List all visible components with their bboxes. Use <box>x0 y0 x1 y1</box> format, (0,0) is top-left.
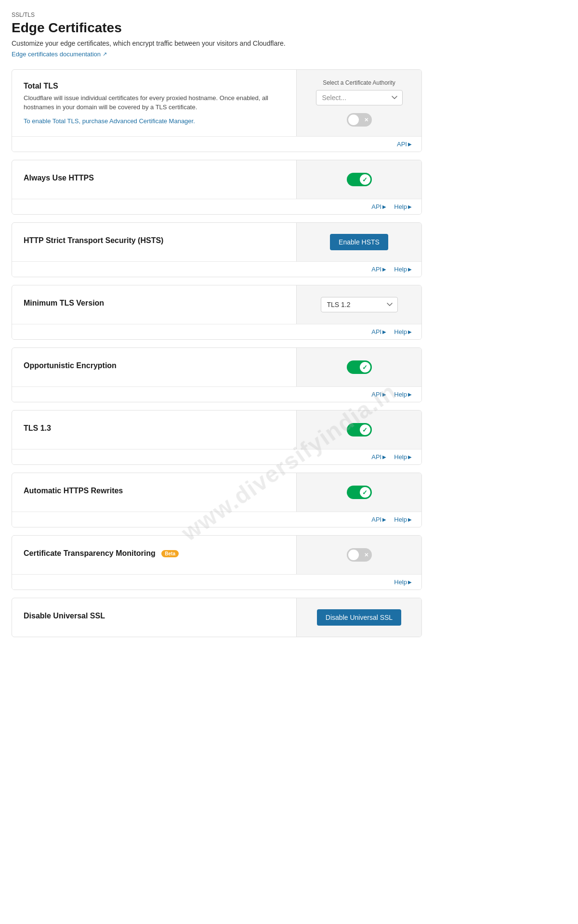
opportunistic-encryption-title: Opportunistic Encryption <box>24 361 285 370</box>
min-tls-version-select[interactable]: TLS 1.0 TLS 1.1 TLS 1.2 TLS 1.3 <box>321 297 398 312</box>
tls13-card: TLS 1.3 ✓ API ▶ Help ▶ <box>12 410 422 465</box>
always-https-help-link[interactable]: Help ▶ <box>394 203 412 210</box>
auto-https-rewrites-help-label: Help <box>394 516 407 523</box>
opportunistic-encryption-toggle-wrap: ✓ <box>347 360 372 374</box>
doc-link[interactable]: Edge certificates documentation ↗ <box>12 51 107 58</box>
auto-https-rewrites-api-link[interactable]: API ▶ <box>371 516 386 523</box>
opportunistic-encryption-help-link[interactable]: Help ▶ <box>394 391 412 398</box>
auto-https-rewrites-footer: API ▶ Help ▶ <box>12 512 421 527</box>
hsts-api-label: API <box>371 266 381 273</box>
tls13-api-arrow: ▶ <box>382 454 386 460</box>
min-tls-right: TLS 1.0 TLS 1.1 TLS 1.2 TLS 1.3 <box>296 285 421 324</box>
total-tls-footer: API ▶ <box>12 136 421 152</box>
certificate-authority-select[interactable]: Select... <box>316 90 403 105</box>
always-https-api-arrow: ▶ <box>382 204 386 209</box>
tls13-toggle-wrap: ✓ <box>347 423 372 436</box>
opportunistic-encryption-knob: ✓ <box>360 362 370 372</box>
external-link-icon: ↗ <box>103 51 107 57</box>
always-https-main: Always Use HTTPS ✓ <box>12 160 421 199</box>
auto-https-rewrites-check-icon: ✓ <box>362 489 368 496</box>
auto-https-rewrites-api-arrow: ▶ <box>382 517 386 522</box>
total-tls-purchase-link[interactable]: To enable Total TLS, purchase Advanced C… <box>24 117 195 125</box>
min-tls-footer: API ▶ Help ▶ <box>12 324 421 339</box>
select-ca-label: Select a Certificate Authority <box>323 79 395 86</box>
total-tls-left: Total TLS Cloudflare will issue individu… <box>12 72 296 134</box>
always-https-card: Always Use HTTPS ✓ API ▶ Help ▶ <box>12 160 422 215</box>
opportunistic-encryption-api-link[interactable]: API ▶ <box>371 391 386 398</box>
hsts-card: HTTP Strict Transport Security (HSTS) En… <box>12 222 422 277</box>
disable-universal-ssl-card: Disable Universal SSL Disable Universal … <box>12 598 422 637</box>
disable-universal-ssl-main: Disable Universal SSL Disable Universal … <box>12 598 421 637</box>
total-tls-toggle-wrap: ✕ <box>347 113 372 127</box>
hsts-main: HTTP Strict Transport Security (HSTS) En… <box>12 223 421 261</box>
cert-transparency-left: Certificate Transparency Monitoring Beta <box>12 539 296 570</box>
opportunistic-encryption-api-arrow: ▶ <box>382 392 386 397</box>
hsts-help-link[interactable]: Help ▶ <box>394 266 412 273</box>
page-description: Customize your edge certificates, which … <box>12 39 422 47</box>
breadcrumb: SSL/TLS <box>12 12 422 18</box>
auto-https-rewrites-card: Automatic HTTPS Rewrites ✓ API ▶ Help ▶ <box>12 473 422 527</box>
total-tls-api-arrow: ▶ <box>408 141 412 147</box>
opportunistic-encryption-help-label: Help <box>394 391 407 398</box>
tls13-right: ✓ <box>296 411 421 449</box>
always-https-api-link[interactable]: API ▶ <box>371 203 386 210</box>
total-tls-right: Select a Certificate Authority Select...… <box>296 70 421 136</box>
always-https-check-icon: ✓ <box>362 176 368 183</box>
cert-transparency-help-arrow: ▶ <box>408 579 412 585</box>
total-tls-api-link[interactable]: API ▶ <box>397 141 412 148</box>
min-tls-help-link[interactable]: Help ▶ <box>394 328 412 335</box>
total-tls-toggle-knob <box>348 115 359 125</box>
tls13-api-link[interactable]: API ▶ <box>371 453 386 461</box>
total-tls-toggle[interactable]: ✕ <box>347 113 372 127</box>
tls13-help-link[interactable]: Help ▶ <box>394 453 412 461</box>
opportunistic-encryption-help-arrow: ▶ <box>408 392 412 397</box>
min-tls-title: Minimum TLS Version <box>24 299 285 308</box>
tls13-left: TLS 1.3 <box>12 414 296 445</box>
opportunistic-encryption-main: Opportunistic Encryption ✓ <box>12 348 421 386</box>
min-tls-api-link[interactable]: API ▶ <box>371 328 386 335</box>
always-https-toggle[interactable]: ✓ <box>347 173 372 186</box>
total-tls-card: Total TLS Cloudflare will issue individu… <box>12 69 422 152</box>
enable-hsts-button[interactable]: Enable HSTS <box>330 234 388 250</box>
min-tls-main: Minimum TLS Version TLS 1.0 TLS 1.1 TLS … <box>12 285 421 324</box>
total-tls-description: Cloudflare will issue individual certifi… <box>24 93 285 112</box>
tls13-toggle[interactable]: ✓ <box>347 423 372 436</box>
auto-https-rewrites-toggle[interactable]: ✓ <box>347 486 372 499</box>
tls13-help-arrow: ▶ <box>408 454 412 460</box>
beta-badge: Beta <box>161 550 179 557</box>
always-https-left: Always Use HTTPS <box>12 164 296 195</box>
page-title: Edge Certificates <box>12 20 422 36</box>
disable-universal-ssl-right: Disable Universal SSL <box>296 598 421 637</box>
hsts-title: HTTP Strict Transport Security (HSTS) <box>24 236 285 245</box>
cert-transparency-toggle-wrap: ✕ <box>347 548 372 562</box>
cert-transparency-help-link[interactable]: Help ▶ <box>394 578 412 586</box>
opportunistic-encryption-toggle[interactable]: ✓ <box>347 360 372 374</box>
total-tls-toggle-x: ✕ <box>364 117 368 123</box>
total-tls-title: Total TLS <box>24 82 285 90</box>
disable-universal-ssl-title: Disable Universal SSL <box>24 612 285 620</box>
opportunistic-encryption-left: Opportunistic Encryption <box>12 352 296 383</box>
always-https-right: ✓ <box>296 160 421 199</box>
disable-universal-ssl-left: Disable Universal SSL <box>12 602 296 633</box>
min-tls-api-label: API <box>371 328 381 335</box>
cert-transparency-right: ✕ <box>296 536 421 574</box>
cert-transparency-toggle[interactable]: ✕ <box>347 548 372 562</box>
total-tls-main: Total TLS Cloudflare will issue individu… <box>12 70 421 136</box>
auto-https-rewrites-knob: ✓ <box>360 487 370 498</box>
auto-https-rewrites-help-link[interactable]: Help ▶ <box>394 516 412 523</box>
always-https-footer: API ▶ Help ▶ <box>12 199 421 214</box>
min-tls-api-arrow: ▶ <box>382 329 386 334</box>
min-tls-help-label: Help <box>394 328 407 335</box>
opportunistic-encryption-footer: API ▶ Help ▶ <box>12 386 421 402</box>
always-https-toggle-knob: ✓ <box>360 174 370 185</box>
opportunistic-encryption-card: Opportunistic Encryption ✓ API ▶ Help ▶ <box>12 347 422 402</box>
cert-transparency-knob <box>348 550 359 560</box>
tls13-api-label: API <box>371 453 381 461</box>
min-tls-card: Minimum TLS Version TLS 1.0 TLS 1.1 TLS … <box>12 285 422 340</box>
hsts-footer: API ▶ Help ▶ <box>12 261 421 277</box>
disable-universal-ssl-button[interactable]: Disable Universal SSL <box>317 609 401 626</box>
hsts-api-link[interactable]: API ▶ <box>371 266 386 273</box>
opportunistic-encryption-api-label: API <box>371 391 381 398</box>
auto-https-rewrites-title: Automatic HTTPS Rewrites <box>24 487 285 495</box>
min-tls-left: Minimum TLS Version <box>12 289 296 320</box>
